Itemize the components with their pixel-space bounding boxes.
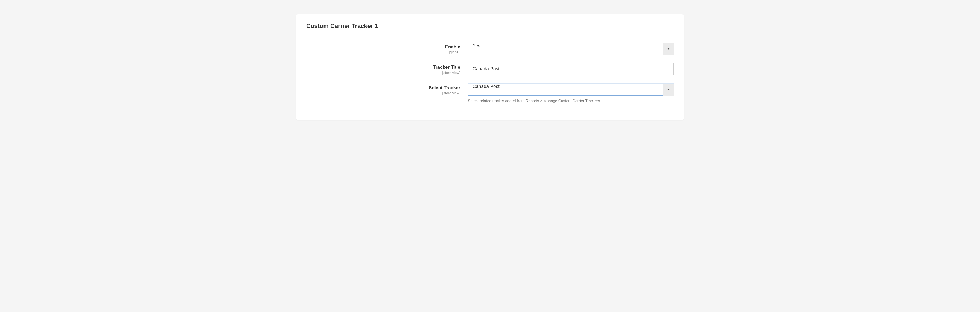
enable-control: Yes (468, 43, 674, 55)
input-col (468, 63, 674, 75)
form-row-enable: Enable [global] Yes (306, 43, 674, 55)
select-tracker-scope: [store view] (306, 91, 460, 96)
config-panel: Custom Carrier Tracker 1 Enable [global]… (296, 14, 684, 120)
select-tracker-control: Canada Post (468, 83, 674, 96)
input-col: Yes (468, 43, 674, 55)
tracker-title-input[interactable] (468, 63, 674, 75)
label-col: Tracker Title [store view] (306, 63, 468, 75)
form-row-select-tracker: Select Tracker [store view] Canada Post … (306, 83, 674, 104)
form-row-tracker-title: Tracker Title [store view] (306, 63, 674, 75)
label-col: Select Tracker [store view] (306, 83, 468, 96)
tracker-title-scope: [store view] (306, 71, 460, 75)
panel-title: Custom Carrier Tracker 1 (306, 22, 674, 30)
label-col: Enable [global] (306, 43, 468, 55)
select-tracker-select[interactable]: Canada Post (468, 83, 674, 96)
enable-scope: [global] (306, 50, 460, 55)
enable-select[interactable]: Yes (468, 43, 674, 55)
input-col: Canada Post Select related tracker added… (468, 83, 674, 104)
select-tracker-help: Select related tracker added from Report… (468, 98, 674, 104)
enable-label: Enable (306, 44, 460, 50)
select-tracker-label: Select Tracker (306, 85, 460, 91)
tracker-title-label: Tracker Title (306, 65, 460, 70)
